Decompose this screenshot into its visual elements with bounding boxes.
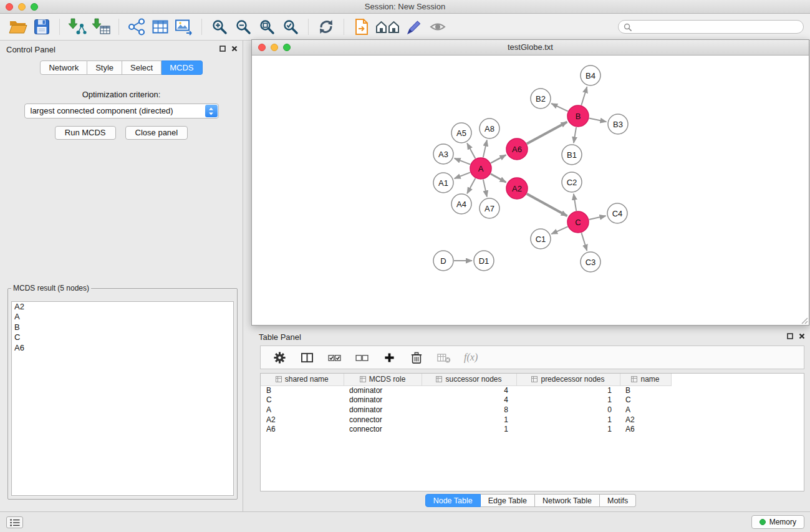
table-cell[interactable]: B [620, 385, 671, 395]
task-history-button[interactable] [6, 516, 23, 528]
graph-edge-A-A2[interactable] [491, 174, 506, 183]
table-row[interactable]: Cdominator41C [261, 395, 671, 405]
float-panel-icon[interactable] [787, 333, 793, 339]
tab-style[interactable]: Style [87, 60, 122, 75]
graph-edge-A-A8[interactable] [483, 140, 487, 158]
table-cell[interactable]: connector [344, 424, 422, 434]
home-view-button[interactable] [374, 16, 402, 37]
graph-edge-A-A6[interactable] [491, 155, 506, 163]
graph-edge-B-B2[interactable] [551, 104, 568, 111]
mcds-result-item[interactable]: A6 [12, 343, 233, 353]
graph-edge-C-C1[interactable] [551, 226, 567, 234]
zoom-out-button[interactable] [231, 16, 255, 37]
column-header-shared-name[interactable]: shared name [261, 374, 344, 385]
manual-layout-button[interactable] [402, 16, 426, 37]
export-image-button[interactable] [172, 16, 196, 37]
refresh-view-button[interactable] [314, 16, 338, 37]
table-cell[interactable]: 4 [422, 385, 516, 395]
memory-button[interactable]: Memory [751, 515, 804, 529]
table-cell[interactable]: 8 [422, 405, 516, 415]
add-column-button[interactable] [382, 350, 397, 365]
select-all-button[interactable] [327, 350, 342, 365]
table-cell[interactable]: 1 [422, 415, 516, 425]
column-header-mcds-role[interactable]: MCDS role [344, 374, 422, 385]
table-cell[interactable]: A2 [261, 415, 344, 425]
table-cell[interactable]: A6 [261, 424, 344, 434]
tab-network[interactable]: Network [40, 60, 87, 75]
mcds-result-item[interactable]: C [12, 332, 233, 342]
table-cell[interactable]: A [261, 405, 344, 415]
float-panel-icon[interactable] [219, 46, 226, 52]
table-cell[interactable]: A6 [620, 424, 671, 434]
optimization-criterion-dropdown[interactable]: largest connected component (directed) [24, 104, 219, 118]
table-cell[interactable]: connector [344, 415, 422, 425]
mcds-result-list[interactable]: A2ABCA6 [11, 301, 234, 496]
deselect-all-button[interactable] [354, 350, 369, 365]
open-session-button[interactable] [6, 16, 30, 37]
network-minimize-button[interactable] [271, 44, 278, 51]
table-cell[interactable]: 1 [516, 415, 620, 425]
graph-edge-A2-C[interactable] [527, 194, 567, 216]
table-row[interactable]: A6connector11A6 [261, 424, 671, 434]
graph-edge-A-A4[interactable] [467, 178, 475, 194]
table-cell[interactable]: 0 [516, 405, 620, 415]
network-canvas[interactable]: B4B2BB3A8A5A6A3B1AA1C2A2A4A7C4CC1C3DD1 [252, 56, 809, 325]
table-row[interactable]: Bdominator41B [261, 385, 671, 395]
graph-edge-C-C2[interactable] [574, 194, 576, 211]
table-row[interactable]: Adominator80A [261, 405, 671, 415]
network-close-button[interactable] [258, 44, 266, 51]
close-panel-button[interactable]: Close panel [125, 126, 188, 140]
graph-edge-B-B4[interactable] [581, 87, 587, 105]
tab-node-table[interactable]: Node Table [425, 494, 481, 507]
new-network-button[interactable] [125, 16, 148, 37]
zoom-in-button[interactable] [208, 16, 231, 37]
table-cell[interactable]: A [620, 405, 671, 415]
mcds-result-item[interactable]: A [12, 312, 233, 322]
column-header-successor-nodes[interactable]: successor nodes [422, 374, 516, 385]
graph-edge-A-A3[interactable] [455, 158, 471, 165]
new-table-button[interactable] [148, 16, 172, 37]
import-network-file-button[interactable] [65, 16, 89, 37]
graph-edge-A-A5[interactable] [467, 143, 475, 159]
graph-edge-A6-B[interactable] [527, 122, 567, 144]
table-cell[interactable]: dominator [344, 405, 422, 415]
minimize-window-button[interactable] [18, 3, 26, 11]
show-columns-button[interactable] [299, 350, 314, 365]
delete-column-button[interactable] [409, 350, 424, 365]
table-cell[interactable]: A2 [620, 415, 671, 425]
mcds-result-item[interactable]: B [12, 322, 233, 332]
close-window-button[interactable] [6, 3, 13, 11]
zoom-window-button[interactable] [31, 3, 38, 11]
tab-network-table[interactable]: Network Table [535, 494, 600, 507]
graph-edge-A-A1[interactable] [455, 172, 471, 178]
import-table-file-button[interactable] [89, 16, 113, 37]
graph-edge-C-C4[interactable] [589, 216, 606, 220]
mcds-result-item[interactable]: A2 [12, 302, 233, 312]
table-settings-button[interactable] [272, 350, 287, 365]
column-header-name[interactable]: name [620, 374, 671, 385]
delete-table-button[interactable] [436, 350, 451, 365]
save-session-button[interactable] [30, 16, 54, 37]
table-row[interactable]: A2connector11A2 [261, 415, 671, 425]
table-cell[interactable]: C [620, 395, 671, 405]
function-builder-button[interactable]: f(x) [464, 350, 478, 365]
window-resize-handle[interactable] [799, 316, 808, 324]
table-cell[interactable]: 4 [422, 395, 516, 405]
first-neighbors-button[interactable] [350, 16, 374, 37]
graph-edge-B-B1[interactable] [574, 127, 576, 143]
tab-edge-table[interactable]: Edge Table [481, 494, 535, 507]
tab-motifs[interactable]: Motifs [600, 494, 636, 507]
table-cell[interactable]: 1 [516, 395, 620, 405]
table-cell[interactable]: 1 [516, 424, 620, 434]
close-panel-icon[interactable] [231, 46, 238, 52]
zoom-selected-button[interactable] [279, 16, 302, 37]
show-graphics-details-button[interactable] [426, 16, 450, 37]
network-window-titlebar[interactable]: testGlobe.txt [252, 40, 809, 56]
table-cell[interactable]: C [261, 395, 344, 405]
run-mcds-button[interactable]: Run MCDS [55, 126, 116, 140]
table-cell[interactable]: B [261, 385, 344, 395]
graph-edge-A-A7[interactable] [483, 180, 487, 197]
tab-select[interactable]: Select [122, 60, 162, 75]
graph-edge-C-C3[interactable] [581, 233, 587, 251]
table-cell[interactable]: 1 [516, 385, 620, 395]
